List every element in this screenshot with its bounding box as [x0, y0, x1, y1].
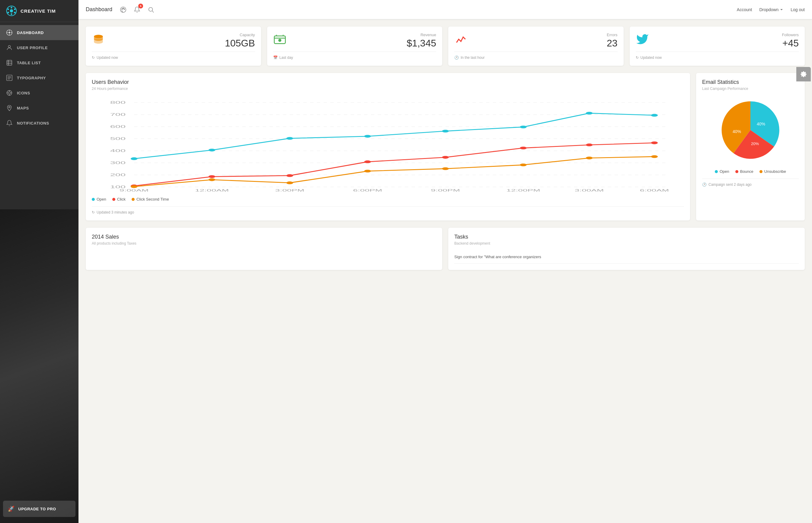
legend-dot-pie-unsub [759, 170, 762, 173]
email-stats-footer-text: Campaign sent 2 days ago [708, 182, 751, 187]
svg-point-70 [651, 114, 658, 117]
pie-chart-svg: 40% 20% 40% [717, 97, 784, 163]
legend-click-label: Click [117, 197, 125, 201]
sidebar: CREATIVE TIM DASHBOARD [0, 0, 79, 523]
legend-pie-open: Open [715, 169, 729, 174]
upgrade-button[interactable]: 🚀 UPGRADE TO PRO [3, 501, 75, 517]
capacity-icon [92, 33, 105, 47]
main-content: Dashboard 5 [79, 0, 812, 523]
errors-footer: In the last hour [461, 55, 484, 60]
users-behavior-panel: Users Behavior 24 Hours performance [86, 73, 690, 220]
users-behavior-footer: ↻ Updated 3 minutes ago [92, 206, 684, 214]
notifications-button[interactable]: 5 [132, 5, 142, 15]
stat-card-revenue: Revenue $1,345 📅 Last day [267, 26, 443, 66]
svg-point-79 [131, 185, 137, 188]
tasks-subtitle: Backend development [454, 241, 799, 246]
sidebar-item-typography-label: TYPOGRAPHY [17, 76, 46, 80]
dashboard-icon [6, 29, 13, 36]
svg-point-65 [287, 137, 293, 140]
maps-icon [6, 105, 13, 111]
search-button[interactable] [146, 5, 156, 15]
sidebar-item-notifications[interactable]: NOTIFICATIONS [0, 115, 79, 131]
legend-pie-unsub: Unsubscribe [759, 169, 786, 174]
svg-point-83 [442, 167, 449, 170]
svg-text:500: 500 [110, 137, 125, 141]
svg-text:6:00PM: 6:00PM [353, 188, 382, 192]
line-chart: 800 700 600 500 400 300 200 100 9:00AM 1… [92, 96, 684, 192]
svg-text:9:00PM: 9:00PM [431, 188, 460, 192]
svg-point-77 [586, 144, 592, 146]
revenue-value: $1,345 [407, 38, 436, 48]
users-behavior-subtitle: 24 Hours performance [92, 87, 684, 91]
email-stats-footer: 🕐 Campaign sent 2 days ago [702, 179, 799, 187]
svg-point-75 [442, 156, 449, 159]
svg-point-1 [10, 10, 13, 13]
sidebar-item-table-list[interactable]: TABLE LIST [0, 55, 79, 70]
errors-value: 23 [607, 38, 618, 48]
legend-click2-label: Click Second Time [136, 197, 169, 201]
stat-card-followers: Followers +45 ↻ Updated now [630, 26, 805, 66]
clock-icon: 🕐 [454, 55, 459, 60]
svg-point-81 [287, 182, 293, 184]
svg-point-73 [287, 174, 293, 177]
revenue-icon [273, 33, 287, 47]
email-stats-subtitle: Last Campaign Performance [702, 87, 799, 91]
sales-title: 2014 Sales [92, 234, 436, 240]
calendar-icon: 📅 [273, 55, 278, 60]
sidebar-item-typography[interactable]: TYPOGRAPHY [0, 70, 79, 85]
refresh-icon-capacity: ↻ [92, 55, 95, 60]
svg-point-68 [520, 125, 526, 128]
sidebar-item-maps-label: MAPS [17, 106, 29, 110]
header: Dashboard 5 [79, 0, 812, 19]
svg-text:600: 600 [110, 125, 125, 129]
sidebar-item-maps[interactable]: MAPS [0, 101, 79, 115]
user-icon [6, 44, 13, 51]
pie-legend: Open Bounce Unsubscribe [702, 169, 799, 174]
svg-text:800: 800 [110, 101, 125, 105]
stat-card-capacity: Capacity 105GB ↻ Updated now [86, 26, 261, 66]
sales-subtitle: All products including Taxes [92, 241, 436, 246]
users-behavior-footer-text: Updated 3 minutes ago [97, 210, 134, 214]
legend-pie-bounce: Bounce [735, 169, 754, 174]
svg-point-80 [209, 178, 215, 181]
dropdown-menu[interactable]: Dropdown [759, 7, 783, 12]
refresh-icon-chart: ↻ [92, 210, 95, 214]
svg-point-9 [8, 32, 10, 34]
notification-badge: 5 [138, 4, 143, 8]
svg-point-2 [11, 7, 12, 8]
svg-point-66 [364, 135, 371, 138]
sidebar-item-icons[interactable]: ICONS [0, 85, 79, 101]
svg-point-29 [9, 107, 10, 108]
sidebar-item-user-profile[interactable]: USER PROFILE [0, 40, 79, 55]
svg-point-84 [520, 163, 526, 166]
svg-point-5 [14, 8, 15, 10]
logout-link[interactable]: Log out [791, 7, 805, 12]
twitter-icon [636, 33, 649, 47]
capacity-label: Capacity [225, 33, 255, 37]
svg-text:12:00PM: 12:00PM [506, 188, 540, 192]
sidebar-logo[interactable]: CREATIVE TIM [0, 0, 79, 22]
capacity-value: 105GB [225, 38, 255, 48]
sidebar-item-user-profile-label: USER PROFILE [17, 46, 48, 50]
svg-text:3:00AM: 3:00AM [575, 188, 604, 192]
stats-row: Capacity 105GB ↻ Updated now [86, 26, 805, 66]
legend-dot-open [92, 198, 95, 201]
pie-chart: 40% 20% 40% [702, 97, 799, 163]
sidebar-item-icons-label: ICONS [17, 91, 30, 95]
legend-pie-bounce-label: Bounce [740, 169, 754, 174]
svg-text:20%: 20% [751, 142, 759, 146]
tasks-panel: Tasks Backend development Sign contract … [448, 228, 805, 270]
svg-point-63 [131, 158, 137, 160]
account-link[interactable]: Account [737, 7, 752, 12]
svg-point-82 [364, 170, 371, 173]
line-chart-svg: 800 700 600 500 400 300 200 100 9:00AM 1… [92, 96, 684, 192]
svg-text:9:00AM: 9:00AM [120, 188, 149, 192]
palette-button[interactable] [118, 5, 128, 15]
bottom-row: 2014 Sales All products including Taxes … [86, 228, 805, 270]
logo-icon [6, 5, 17, 16]
svg-point-6 [7, 12, 9, 13]
svg-point-72 [209, 175, 215, 178]
sidebar-item-dashboard[interactable]: DASHBOARD [0, 25, 79, 40]
chart-legend: Open Click Click Second Time [92, 197, 684, 201]
gear-button[interactable] [796, 67, 811, 82]
